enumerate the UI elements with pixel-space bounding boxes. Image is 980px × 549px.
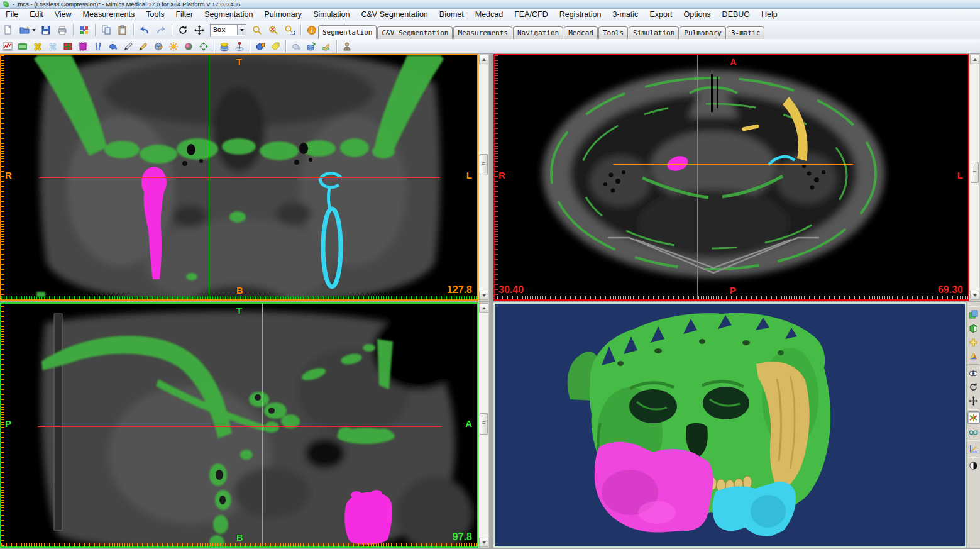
unzoom-icon[interactable]	[266, 23, 281, 38]
tab-navigation[interactable]: Navigation	[513, 26, 563, 39]
save-project-icon[interactable]	[38, 23, 53, 38]
open-dropdown-icon[interactable]	[32, 29, 36, 31]
calculate-3d-icon[interactable]	[61, 40, 75, 53]
zoom-box-icon[interactable]	[282, 23, 297, 38]
tab-tools[interactable]: Tools	[598, 26, 628, 39]
threed-render-image[interactable]	[495, 304, 965, 546]
zoom-mode-select[interactable]: Box	[210, 24, 246, 36]
clipping-cube-icon[interactable]	[967, 322, 980, 335]
menu-tools[interactable]: Tools	[140, 9, 170, 21]
draw-profile-line-icon[interactable]	[121, 40, 135, 53]
sagittal-slice-image[interactable]: T P A B 97.8	[1, 304, 477, 546]
sagittal-scroll-thumb[interactable]	[480, 413, 488, 435]
axial-scroll-down-icon[interactable]	[970, 291, 979, 300]
tab-medcad[interactable]: Medcad	[564, 26, 598, 39]
open-project-icon[interactable]	[17, 23, 32, 38]
axial-scrollbar[interactable]	[969, 54, 980, 301]
zoom-mode-dropdown-icon[interactable]	[237, 25, 246, 35]
threed-viewport[interactable]	[493, 302, 966, 548]
sagittal-crosshair-vertical[interactable]	[262, 304, 263, 546]
invert-contrast-icon[interactable]	[967, 459, 980, 472]
sagittal-viewport[interactable]: T P A B 97.8	[0, 302, 478, 548]
paste-icon[interactable]	[115, 23, 130, 38]
axial-viewport[interactable]: A R L P 30.40 69.30	[493, 54, 969, 301]
calculate-3d-from-mask-icon[interactable]	[304, 40, 318, 53]
window-titlebar[interactable]: - .mcs - (Lossless Compression)* - Mimic…	[0, 0, 980, 9]
edit-pencil-icon[interactable]	[136, 40, 150, 53]
calculate-polylines-icon[interactable]	[319, 40, 333, 53]
pan-3d-icon[interactable]	[967, 394, 980, 407]
menu-edit[interactable]: Edit	[24, 9, 49, 21]
menu-simulation[interactable]: Simulation	[307, 9, 355, 21]
menu-view[interactable]: View	[49, 9, 77, 21]
sagittal-scroll-down-icon[interactable]	[479, 538, 488, 547]
coronal-crosshair-horizontal[interactable]	[39, 177, 440, 178]
crop-mask-icon[interactable]	[16, 40, 30, 53]
cavity-fill-pale-icon[interactable]	[289, 40, 303, 53]
thresholding-icon[interactable]	[1, 40, 14, 53]
crop-project-icon[interactable]	[197, 40, 211, 53]
tab-3matic[interactable]: 3-matic	[727, 26, 764, 39]
print-icon[interactable]	[55, 23, 70, 38]
redo-icon[interactable]	[153, 23, 168, 38]
tab-simulation[interactable]: Simulation	[629, 26, 679, 39]
registration-cross-icon[interactable]	[967, 336, 980, 348]
menu-pulmonary[interactable]: Pulmonary	[258, 9, 307, 21]
menu-options[interactable]: Options	[678, 9, 717, 21]
coronal-slice-image[interactable]: T R L B 127.8	[1, 55, 477, 299]
region-growing-icon[interactable]	[31, 40, 45, 53]
coronal-scroll-up-icon[interactable]	[479, 55, 488, 64]
menu-debug[interactable]: DEBUG	[717, 9, 756, 21]
coronal-viewport[interactable]: T R L B 127.8	[0, 54, 478, 301]
patient-orientation-icon[interactable]	[340, 40, 354, 53]
menu-medcad[interactable]: Medcad	[470, 9, 509, 21]
sagittal-scroll-up-icon[interactable]	[479, 303, 488, 313]
orientation-pyramid-icon[interactable]	[967, 350, 980, 362]
axial-crosshair-vertical[interactable]	[697, 55, 698, 299]
point-marker-icon[interactable]	[233, 40, 246, 53]
menu-export[interactable]: Export	[644, 9, 678, 21]
menu-segmentation[interactable]: Segmentation	[199, 9, 258, 21]
visibility-eye-icon[interactable]	[967, 367, 980, 379]
cavity-fill-icon[interactable]	[106, 40, 120, 53]
smart-expand-icon[interactable]	[167, 40, 180, 53]
project-grid-icon[interactable]	[77, 23, 92, 38]
menu-fea-cfd[interactable]: FEA/CFD	[509, 9, 553, 21]
smooth-sphere-icon[interactable]	[182, 40, 195, 53]
axes-indicator-icon[interactable]	[967, 411, 980, 424]
multiple-slice-edit-icon[interactable]	[217, 40, 231, 53]
about-info-icon[interactable]	[304, 23, 319, 38]
menu-file[interactable]: File	[0, 9, 24, 21]
axial-scroll-thumb[interactable]	[971, 162, 979, 183]
tab-pulmonary[interactable]: Pulmonary	[680, 26, 726, 39]
menu-help[interactable]: Help	[756, 9, 783, 21]
tab-measurements[interactable]: Measurements	[453, 26, 512, 39]
menu-biomet[interactable]: Biomet	[434, 9, 470, 21]
sagittal-scrollbar[interactable]	[478, 302, 489, 548]
coronal-scrollbar[interactable]	[478, 54, 489, 301]
overlay-views-icon[interactable]	[967, 308, 980, 321]
menu-registration[interactable]: Registration	[554, 9, 607, 21]
morphology-operations-icon[interactable]	[91, 40, 105, 53]
mask-tag-icon[interactable]	[268, 40, 282, 53]
new-document-icon[interactable]	[1, 23, 16, 38]
dynamic-region-growing-icon[interactable]	[46, 40, 60, 53]
undo-icon[interactable]	[137, 23, 152, 38]
menu-3matic[interactable]: 3-matic	[607, 9, 644, 21]
menu-filter[interactable]: Filter	[170, 9, 199, 21]
tab-cv-segmentation[interactable]: C&V Segmentation	[377, 26, 453, 39]
coronal-scroll-thumb[interactable]	[480, 154, 488, 175]
menu-measurements[interactable]: Measurements	[77, 9, 141, 21]
copy-icon[interactable]	[99, 23, 114, 38]
edit-masks-icon[interactable]	[76, 40, 90, 53]
sagittal-crosshair-horizontal[interactable]	[38, 426, 441, 427]
coronal-scroll-down-icon[interactable]	[479, 291, 488, 300]
stereo-glasses-icon[interactable]	[967, 425, 980, 438]
refresh-views-icon[interactable]	[175, 23, 190, 38]
boolean-operations-icon[interactable]	[253, 40, 267, 53]
tab-segmentation[interactable]: Segmentation	[318, 25, 377, 39]
menu-cv-segmentation[interactable]: C&V Segmentation	[356, 9, 434, 21]
axial-crosshair-horizontal[interactable]	[613, 164, 853, 165]
axial-scroll-up-icon[interactable]	[970, 55, 979, 64]
edit-mask-3d-icon[interactable]	[151, 40, 165, 53]
